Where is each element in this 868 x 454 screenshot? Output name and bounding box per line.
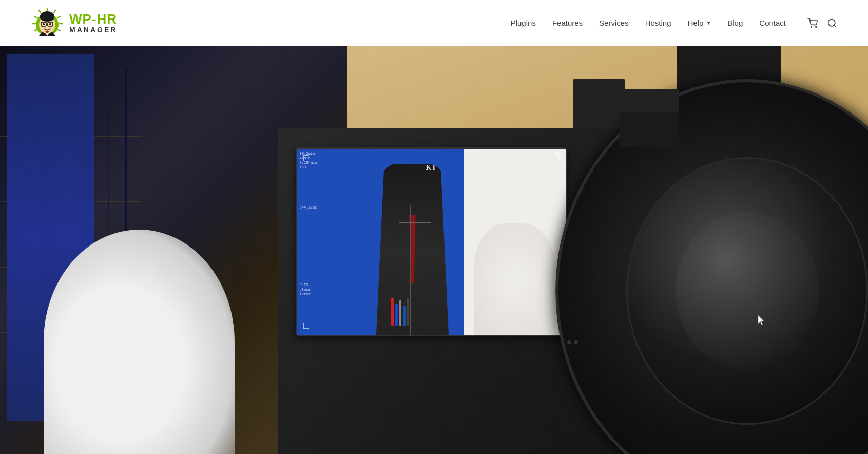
main-nav: Plugins Features Services Hosting Help ▼… [511, 18, 837, 28]
svg-point-16 [43, 23, 45, 25]
nav-blog[interactable]: Blog [727, 18, 743, 27]
nav-hosting[interactable]: Hosting [645, 18, 671, 27]
camera-handle [620, 89, 679, 147]
nav-plugins[interactable]: Plugins [511, 18, 536, 27]
mouse-cursor [758, 315, 765, 326]
svg-line-2 [57, 16, 60, 18]
svg-point-17 [49, 23, 51, 25]
camera-controls [567, 340, 578, 344]
logo-brand-name: WP-HR [69, 12, 117, 27]
nav-features[interactable]: Features [552, 18, 583, 27]
svg-line-8 [34, 29, 37, 31]
nav-icon-group [807, 18, 837, 28]
cart-icon [807, 18, 818, 28]
logo-text: WP-HR MANAGER [69, 12, 117, 34]
camera-body: KI 00:2min 42min 3:104min 153 1920 50i 6… [278, 128, 868, 454]
camera-viewfinder: KI 00:2min 42min 3:104min 153 1920 50i 6… [296, 147, 567, 336]
white-equipment [44, 230, 235, 454]
cart-button[interactable] [807, 18, 818, 28]
logo-wp-hr: WP-HR [69, 11, 117, 27]
nav-contact[interactable]: Contact [759, 18, 786, 27]
svg-line-21 [834, 25, 836, 27]
logo-icon [31, 6, 64, 40]
site-header: WP-HR MANAGER Plugins Features Services … [0, 0, 868, 46]
search-button[interactable] [827, 18, 837, 28]
svg-point-18 [811, 26, 812, 27]
logo-manager: MANAGER [69, 26, 117, 34]
svg-point-12 [40, 13, 54, 22]
logo[interactable]: WP-HR MANAGER [31, 6, 117, 40]
svg-line-4 [57, 29, 60, 31]
screen-bg-white [464, 149, 566, 335]
camera-lens-inner [626, 157, 868, 425]
help-dropdown-icon: ▼ [706, 21, 711, 26]
nav-services[interactable]: Services [599, 18, 629, 27]
nav-help[interactable]: Help ▼ [687, 18, 711, 27]
hero-image: KI 00:2min 42min 3:104min 153 1920 50i 6… [0, 46, 868, 454]
screen-letters: KI [426, 164, 436, 172]
svg-line-6 [34, 16, 37, 18]
svg-point-19 [816, 26, 817, 27]
screen-mic-boom [399, 222, 431, 223]
hero-section: KI 00:2min 42min 3:104min 153 1920 50i 6… [0, 46, 868, 454]
svg-line-1 [54, 10, 55, 13]
search-icon [827, 18, 837, 28]
camera-lens-core [676, 212, 819, 370]
screen-mic-cluster [391, 298, 472, 326]
svg-line-5 [39, 10, 41, 13]
camera-lens-outer [555, 79, 868, 454]
